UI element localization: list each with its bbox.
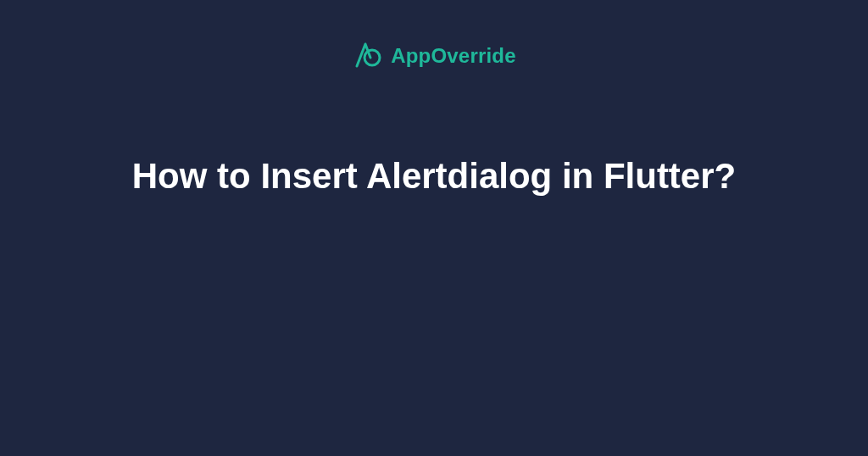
page-title: How to Insert Alertdialog in Flutter?: [132, 153, 736, 201]
svg-point-0: [364, 50, 380, 65]
brand-name: AppOverride: [391, 44, 516, 68]
brand-logo: AppOverride: [352, 41, 516, 71]
logo-icon: [352, 41, 382, 71]
